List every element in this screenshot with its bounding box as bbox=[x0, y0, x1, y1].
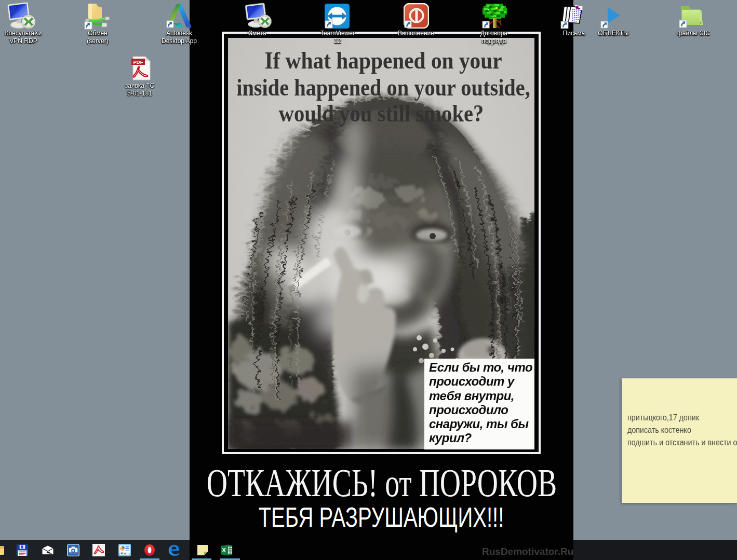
svg-text:X: X bbox=[222, 547, 226, 553]
svg-text:PDF: PDF bbox=[133, 59, 143, 65]
